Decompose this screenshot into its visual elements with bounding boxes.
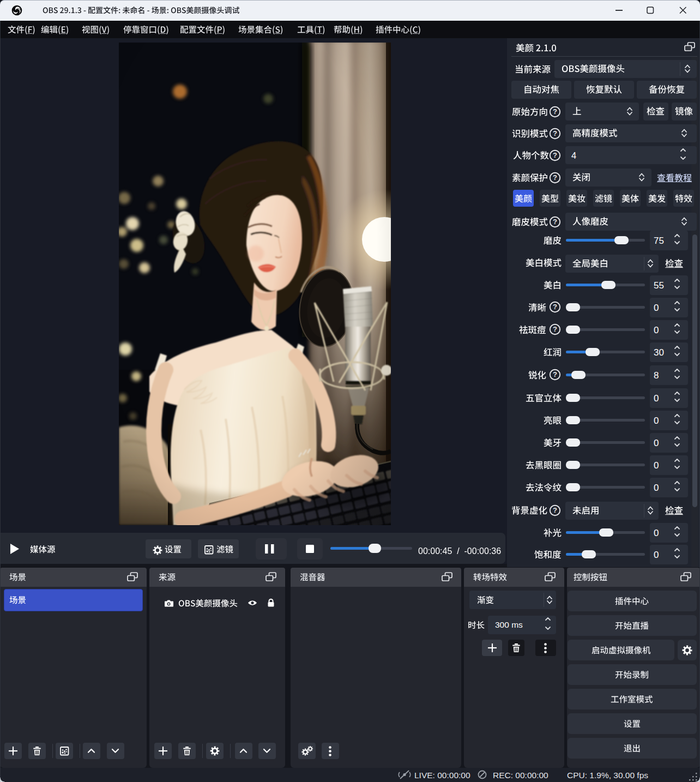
- svg-text:?: ?: [553, 151, 557, 159]
- svg-text:?: ?: [553, 129, 557, 137]
- svg-text:?: ?: [553, 218, 557, 226]
- svg-text:?: ?: [553, 506, 557, 514]
- svg-text:?: ?: [553, 107, 557, 116]
- svg-text:?: ?: [553, 325, 557, 333]
- svg-text:?: ?: [553, 173, 557, 182]
- svg-text:?: ?: [553, 303, 557, 311]
- svg-text:?: ?: [553, 370, 557, 378]
